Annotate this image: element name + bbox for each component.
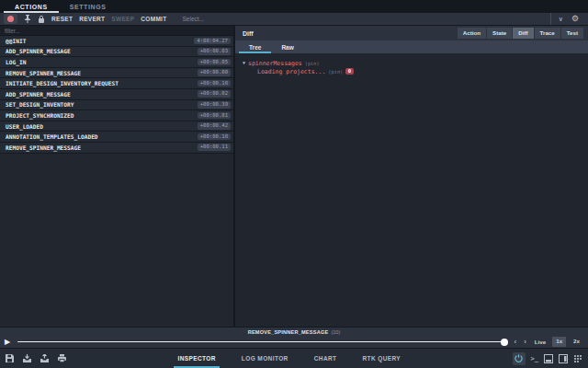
speed-1x-button[interactable]: 1x (552, 337, 566, 347)
action-timestamp: +00:00.39 (198, 101, 231, 109)
subtab-tree[interactable]: Tree (239, 40, 271, 53)
action-name: REMOVE_SPINNER_MESSAGE (6, 144, 81, 151)
terminal-icon[interactable]: >_ (531, 355, 538, 362)
dock-right-icon[interactable] (559, 354, 568, 363)
action-timestamp: +00:00.03 (198, 48, 231, 55)
action-timestamp: +00:00.05 (198, 59, 231, 66)
action-row[interactable]: @@INIT 4:08:04.27 (0, 36, 233, 47)
tab-actions[interactable]: ACTIONS (4, 0, 59, 13)
action-timestamp: 4:08:04.27 (194, 38, 231, 45)
timeline-slider[interactable] (17, 338, 508, 347)
action-timestamp: +00:00.42 (198, 122, 231, 130)
slider-track (17, 341, 504, 343)
diff-tree: ▼ spinnerMessages (pin) Loading projects… (235, 53, 588, 327)
record-icon (7, 16, 14, 22)
action-timestamp: +00:00.18 (198, 133, 231, 141)
tab-settings[interactable]: SETTINGS (59, 0, 118, 13)
tab-inspector[interactable]: INSPECTOR (174, 349, 219, 368)
slider-row: ▶ ‹ › Live 1x 2x (0, 336, 588, 348)
action-name: USER_LOADED (6, 123, 43, 130)
action-row[interactable]: LOG_IN +00:00.05 (0, 57, 233, 68)
view-subtabs: Tree Raw (235, 40, 588, 53)
pin-link[interactable]: (pin) (305, 61, 320, 66)
action-name: REMOVE_SPINNER_MESSAGE (6, 70, 81, 76)
action-row[interactable]: USER_LOADED +00:00.42 (0, 121, 233, 132)
commit-button[interactable]: COMMIT (141, 16, 166, 22)
action-name: @@INIT (6, 38, 26, 44)
redux-devtools-window: ACTIONS SETTINGS RESET REVERT SWEEP COMM… (0, 0, 588, 368)
save-icon[interactable] (6, 354, 14, 362)
action-row[interactable]: REMOVE_SPINNER_MESSAGE +00:00.00 (0, 68, 233, 79)
revert-button[interactable]: REVERT (79, 16, 105, 22)
step-back-icon[interactable]: ‹ (512, 339, 518, 346)
dock-bottom-icon[interactable] (544, 354, 553, 363)
chevron-down-icon[interactable]: ∨ (559, 16, 563, 22)
tree-key[interactable]: spinnerMessages (248, 60, 302, 67)
pin-link[interactable]: (pin) (328, 69, 343, 75)
pin-icon[interactable] (24, 15, 31, 23)
export-icon[interactable] (40, 354, 49, 362)
detail-title: Diff (243, 30, 254, 37)
tab-log-monitor[interactable]: LOG MONITOR (238, 349, 292, 368)
tree-node-root[interactable]: ▼ spinnerMessages (pin) (243, 59, 588, 67)
action-row[interactable]: PROJECT_SYNCHRONIZED +00:00.81 (0, 110, 233, 121)
mode-button-state[interactable]: State (487, 28, 512, 38)
slider-knob[interactable] (501, 339, 508, 346)
action-list: @@INIT 4:08:04.27 ADD_SPINNER_MESSAGE +0… (0, 36, 233, 154)
action-timestamp: +00:00.02 (198, 90, 231, 98)
action-row[interactable]: ADD_SPINNER_MESSAGE +00:00.03 (0, 47, 233, 58)
mode-button-trace[interactable]: Trace (535, 28, 560, 38)
slider-current-action: REMOVE_SPINNER_MESSAGE (248, 329, 329, 335)
tab-rtk-query[interactable]: RTK QUERY (358, 349, 404, 368)
import-icon[interactable] (23, 354, 31, 362)
play-icon[interactable]: ▶ (5, 339, 14, 346)
expand-arrow-icon[interactable]: ▼ (243, 61, 245, 65)
mode-button-diff[interactable]: Diff (513, 28, 533, 38)
action-name: SET_DESIGN_INVENTORY (6, 101, 74, 108)
action-list-panel: @@INIT 4:08:04.27 ADD_SPINNER_MESSAGE +0… (0, 26, 235, 327)
bottom-right-icons: >_ (513, 352, 582, 365)
main-split: @@INIT 4:08:04.27 ADD_SPINNER_MESSAGE +0… (0, 26, 588, 327)
lock-icon[interactable] (38, 15, 45, 23)
mode-button-action[interactable]: Action (458, 28, 486, 38)
reset-button[interactable]: RESET (51, 16, 73, 22)
detail-mode-buttons: Action State Diff Trace Test (458, 28, 583, 38)
inspector-detail-panel: Diff Action State Diff Trace Test Tree R… (235, 26, 588, 327)
slider-label-row: REMOVE_SPINNER_MESSAGE (10) (0, 328, 588, 336)
action-timestamp: +00:00.00 (198, 69, 231, 76)
print-icon[interactable] (58, 354, 66, 362)
subtab-raw[interactable]: Raw (271, 40, 303, 53)
detail-header: Diff Action State Diff Trace Test (235, 26, 588, 40)
instance-select[interactable]: Select... (173, 16, 543, 22)
live-button[interactable]: Live (535, 339, 546, 345)
speed-2x-button[interactable]: 2x (570, 337, 583, 347)
step-forward-icon[interactable]: › (522, 339, 528, 346)
monitor-selector-tabs: INSPECTOR LOG MONITOR CHART RTK QUERY (66, 349, 513, 368)
action-timestamp: +00:00.11 (198, 144, 231, 151)
mode-button-test[interactable]: Test (561, 28, 583, 38)
action-name: ADD_SPINNER_MESSAGE (6, 48, 71, 54)
slider-monitor: REMOVE_SPINNER_MESSAGE (10) ▶ ‹ › Live 1… (0, 327, 588, 348)
action-row[interactable]: SET_DESIGN_INVENTORY +00:00.39 (0, 100, 233, 111)
diff-index-badge: 0 (345, 68, 353, 75)
action-timestamp: +00:00.81 (198, 112, 231, 120)
tree-node-child[interactable]: Loading projects... (pin) 0 (243, 67, 588, 75)
gear-icon[interactable]: ⚙ (571, 15, 579, 23)
apps-grid-icon[interactable] (573, 354, 582, 363)
sweep-button[interactable]: SWEEP (111, 16, 134, 22)
filter-input[interactable] (5, 28, 229, 34)
actions-toolbar: RESET REVERT SWEEP COMMIT Select... ∨ ⚙ (0, 13, 588, 26)
action-row[interactable]: ANNOTATION_TEMPLATES_LOADED +00:00.18 (0, 132, 233, 143)
action-row[interactable]: INITIATE_DESIGN_INVENTORY_REQUEST +00:00… (0, 78, 233, 89)
power-icon (514, 354, 523, 362)
action-row[interactable]: ADD_SPINNER_MESSAGE +00:00.02 (0, 89, 233, 100)
tab-chart[interactable]: CHART (311, 349, 341, 368)
bottom-bar: INSPECTOR LOG MONITOR CHART RTK QUERY >_ (0, 348, 588, 368)
action-row[interactable]: REMOVE_SPINNER_MESSAGE +00:00.11 (0, 143, 233, 154)
action-timestamp: +00:00.10 (198, 80, 231, 87)
record-button[interactable] (4, 14, 17, 24)
power-toggle-button[interactable] (513, 352, 526, 365)
action-name: ADD_SPINNER_MESSAGE (6, 91, 71, 98)
monitor-tabbar: ACTIONS SETTINGS (0, 0, 588, 13)
filter-row (0, 26, 233, 36)
